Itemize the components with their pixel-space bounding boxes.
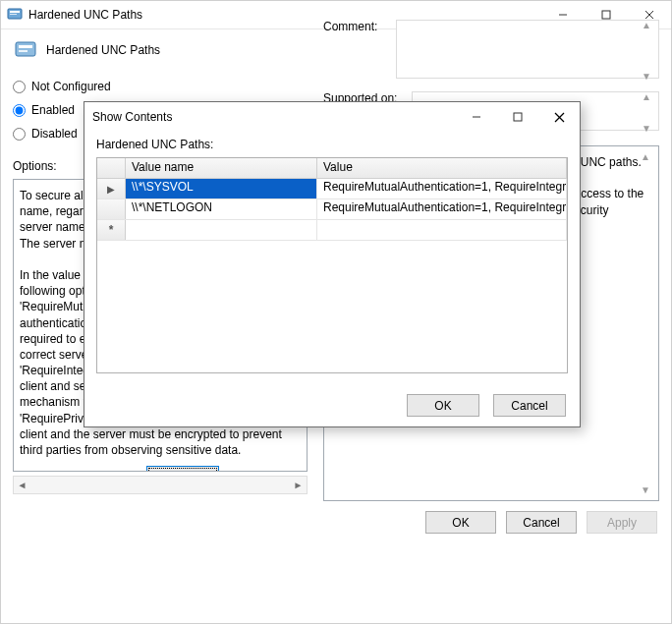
table-row[interactable]: ▶\\*\SYSVOLRequireMutualAuthentication=1… [97,179,567,199]
radio-label: Enabled [31,103,75,117]
modal-minimize-button[interactable] [456,103,497,131]
comment-textarea[interactable] [396,20,659,79]
modal-maximize-button[interactable] [497,103,538,131]
table-row[interactable]: \\*\NETLOGONRequireMutualAuthentication=… [97,199,567,220]
table-row-new[interactable]: * [97,220,567,241]
scroll-down-icon: ▼ [641,483,654,497]
svg-rect-7 [16,42,35,56]
policy-window: Hardened UNC Paths Hardened UNC Paths Pr… [0,0,672,624]
options-hscrollbar[interactable]: ◄ ► [13,476,308,494]
modal-close-button[interactable] [538,103,580,131]
ok-button[interactable]: OK [425,511,496,534]
modal-subtitle: Hardened UNC Paths: [96,138,568,151]
cancel-button[interactable]: Cancel [506,511,577,534]
col-value-name[interactable]: Value name [126,158,317,178]
svg-rect-4 [602,11,610,19]
show-button[interactable]: Show... [146,466,219,472]
radio-not-configured[interactable] [13,81,26,93]
modal-title: Show Contents [92,110,456,124]
radio-disabled[interactable] [13,128,26,141]
dialog-buttons: OK Cancel Apply [1,501,671,543]
row-header-new[interactable]: * [97,220,126,240]
cell-value[interactable] [317,220,567,240]
svg-rect-2 [10,14,17,15]
cell-value-name[interactable]: \\*\SYSVOL [126,179,317,199]
policy-icon [15,39,36,61]
modal-ok-button[interactable]: OK [407,394,479,417]
svg-rect-8 [19,45,32,48]
grid-header: Value name Value [97,158,567,179]
hardened-paths-label: Hardened UNC Paths: [20,468,137,472]
radio-label: Not Configured [31,80,111,93]
cell-value[interactable]: RequireMutualAuthentication=1, RequireIn… [317,179,567,199]
show-contents-dialog: Show Contents Hardened UNC Paths: Value … [84,101,581,427]
scroll-left-icon[interactable]: ◄ [14,480,30,490]
col-value[interactable]: Value [317,158,567,178]
row-header[interactable] [97,199,126,219]
modal-titlebar: Show Contents [84,102,580,132]
comment-label: Comment: [323,20,386,82]
svg-rect-11 [514,113,522,121]
cell-value[interactable]: RequireMutualAuthentication=1, RequireIn… [317,199,567,219]
state-not-configured[interactable]: Not Configured [13,75,308,98]
app-icon [7,7,23,23]
radio-label: Disabled [31,127,78,141]
radio-enabled[interactable] [13,104,26,117]
row-header[interactable]: ▶ [97,179,126,199]
cell-value-name[interactable]: \\*\NETLOGON [126,199,317,219]
modal-cancel-button[interactable]: Cancel [493,394,566,417]
scroll-up-icon: ▲ [641,150,654,164]
cell-value-name[interactable] [126,220,317,240]
scroll-right-icon[interactable]: ► [290,480,307,490]
paths-grid[interactable]: Value name Value ▶\\*\SYSVOLRequireMutua… [96,157,568,373]
svg-rect-1 [10,11,20,13]
svg-rect-9 [19,50,28,52]
apply-button[interactable]: Apply [587,511,657,534]
